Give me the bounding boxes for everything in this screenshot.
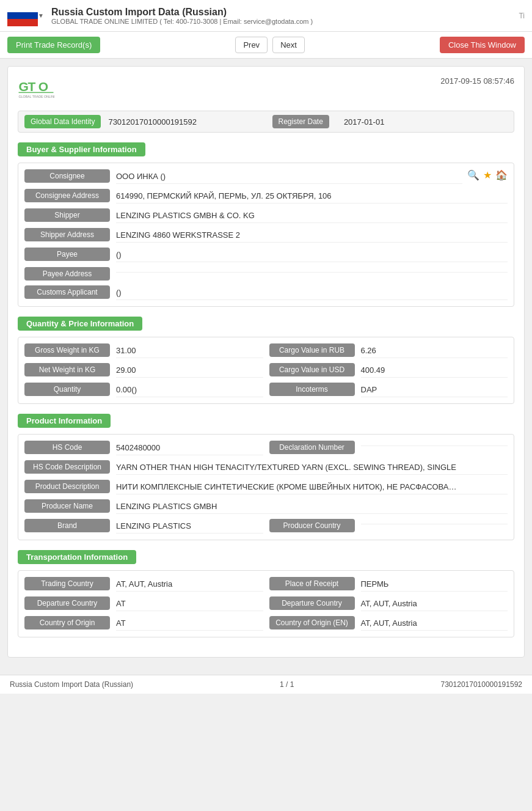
header-ti: Ti — [519, 12, 525, 20]
country-of-origin-en-value: AT, AUT, Austria — [361, 616, 508, 631]
consignee-address-value: 614990, ПЕРМСКИЙ КРАЙ, ПЕРМЬ, УЛ. 25 ОКТ… — [116, 189, 508, 204]
footer-right: 73012017010000191592 — [441, 680, 522, 689]
departure-country-row: Departure Country AT Departure Country A… — [24, 596, 508, 611]
cargo-rub-col: Cargo Value in RUB 6.26 — [269, 343, 508, 358]
producer-name-value: LENZING PLASTICS GMBH — [116, 499, 508, 514]
product-desc-row: Product Description НИТИ КОМПЛЕКСНЫЕ СИН… — [24, 480, 508, 494]
next-button[interactable]: Next — [272, 37, 305, 53]
departure-country-col: Departure Country AT — [24, 596, 263, 611]
svg-text:G: G — [19, 79, 29, 94]
header-subtitle: GLOBAL TRADE ONLINE LIMITED ( Tel: 400-7… — [51, 18, 313, 25]
payee-address-value — [116, 267, 508, 273]
product-body: HS Code 5402480000 Declaration Number HS… — [18, 434, 514, 540]
hs-code-desc-row: HS Code Description YARN OTHER THAN HIGH… — [24, 460, 508, 475]
place-of-receipt-col: Place of Receipt ПЕРМЬ — [269, 577, 508, 592]
buyer-supplier-section: Buyer & Supplier Information Consignee О… — [18, 142, 514, 307]
product-desc-label: Product Description — [24, 480, 110, 493]
incoterms-label: Incoterms — [269, 383, 355, 396]
trading-country-label: Trading Country — [24, 577, 110, 590]
producer-country-col: Producer Country — [269, 519, 508, 532]
gross-weight-col: Gross Weight in KG 31.00 — [24, 343, 263, 358]
trading-country-receipt-row: Trading Country AT, AUT, Austria Place o… — [24, 577, 508, 592]
incoterms-col: Incoterms DAP — [269, 383, 508, 397]
star-icon[interactable]: ★ — [483, 169, 492, 181]
transportation-section: Transportation Information Trading Count… — [18, 550, 514, 637]
incoterms-value: DAP — [361, 383, 508, 397]
buyer-supplier-title: Buyer & Supplier Information — [18, 142, 145, 156]
brand-col: Brand LENZING PLASTICS — [24, 519, 263, 534]
cargo-value-rub-value: 6.26 — [361, 343, 508, 358]
place-of-receipt-value: ПЕРМЬ — [361, 577, 508, 592]
producer-name-row: Producer Name LENZING PLASTICS GMBH — [24, 499, 508, 514]
transportation-title: Transportation Information — [18, 550, 136, 564]
dropdown-arrow-icon[interactable]: ▼ — [38, 12, 44, 19]
footer-left: Russia Custom Import Data (Russian) — [10, 680, 133, 689]
net-weight-cargo-usd-row: Net Weight in KG 29.00 Cargo Value in US… — [24, 363, 508, 378]
product-section: Product Information HS Code 5402480000 D… — [18, 414, 514, 540]
header-title-group: Russia Custom Import Data (Russian) GLOB… — [51, 7, 313, 25]
hs-code-value: 5402480000 — [116, 441, 263, 455]
consignee-row: Consignee ООО ИНКА () 🔍 ★ 🏠 — [24, 169, 508, 184]
country-of-origin-en-col: Country of Origin (EN) AT, AUT, Austria — [269, 616, 508, 631]
customs-applicant-label: Customs Applicant — [24, 285, 110, 299]
prev-button[interactable]: Prev — [235, 37, 268, 53]
departure-country-en-value: AT, AUT, Austria — [361, 596, 508, 611]
gross-weight-cargo-rub-row: Gross Weight in KG 31.00 Cargo Value in … — [24, 343, 508, 358]
product-title: Product Information — [18, 414, 111, 428]
customs-applicant-row: Customs Applicant () — [24, 285, 508, 300]
main-content: G T O GLOBAL TRADE ONLINE LIMITED 2017-0… — [0, 59, 532, 675]
departure-country-label: Departure Country — [24, 596, 110, 610]
global-data-identity-value: 73012017010000191592 — [108, 117, 272, 127]
print-button[interactable]: Print Trade Record(s) — [7, 37, 100, 53]
consignee-icons: 🔍 ★ 🏠 — [467, 169, 508, 181]
svg-text:GLOBAL TRADE ONLINE LIMITED: GLOBAL TRADE ONLINE LIMITED — [19, 95, 55, 98]
shipper-address-row: Shipper Address LENZING 4860 WERKSTRASSE… — [24, 228, 508, 243]
country-of-origin-label: Country of Origin — [24, 616, 110, 629]
toolbar: Print Trade Record(s) Prev Next Close Th… — [0, 32, 532, 59]
svg-text:O: O — [38, 79, 48, 94]
declaration-col: Declaration Number — [269, 441, 508, 454]
shipper-value: LENZING PLASTICS GMBH & CO. KG — [116, 208, 508, 223]
shipper-address-value: LENZING 4860 WERKSTRASSE 2 — [116, 228, 508, 243]
gross-weight-value: 31.00 — [116, 343, 263, 358]
svg-text:T: T — [28, 79, 36, 94]
net-weight-label: Net Weight in KG — [24, 363, 110, 376]
record-datetime: 2017-09-15 08:57:46 — [440, 76, 514, 86]
payee-value: () — [116, 248, 508, 262]
register-date-label: Register Date — [272, 115, 329, 128]
payee-row: Payee () — [24, 248, 508, 262]
brand-producer-country-row: Brand LENZING PLASTICS Producer Country — [24, 519, 508, 534]
buyer-supplier-body: Consignee ООО ИНКА () 🔍 ★ 🏠 Consignee Ad… — [18, 163, 514, 307]
shipper-label: Shipper — [24, 208, 110, 222]
cargo-value-usd-value: 400.49 — [361, 363, 508, 378]
payee-address-label: Payee Address — [24, 267, 110, 281]
header: ▼ Russia Custom Import Data (Russian) GL… — [0, 0, 532, 32]
global-data-row: Global Data Identity 7301201701000019159… — [18, 111, 514, 133]
quantity-label: Quantity — [24, 383, 110, 396]
quantity-col: Quantity 0.00() — [24, 383, 263, 397]
quantity-price-body: Gross Weight in KG 31.00 Cargo Value in … — [18, 337, 514, 404]
departure-country-value: AT — [116, 596, 263, 611]
producer-name-label: Producer Name — [24, 499, 110, 513]
home-icon[interactable]: 🏠 — [495, 169, 508, 181]
product-desc-value: НИТИ КОМПЛЕКСНЫЕ СИНТЕТИЧЕСКИЕ (КРОМЕ ШВ… — [116, 480, 508, 494]
cargo-usd-col: Cargo Value in USD 400.49 — [269, 363, 508, 378]
gross-weight-label: Gross Weight in KG — [24, 343, 110, 357]
net-weight-value: 29.00 — [116, 363, 263, 378]
brand-value: LENZING PLASTICS — [116, 519, 263, 534]
quantity-price-title: Quantity & Price Information — [18, 317, 142, 331]
quantity-value: 0.00() — [116, 383, 263, 397]
trading-country-col: Trading Country AT, AUT, Austria — [24, 577, 263, 592]
search-icon[interactable]: 🔍 — [467, 169, 479, 181]
customs-applicant-value: () — [116, 285, 508, 300]
record-header: G T O GLOBAL TRADE ONLINE LIMITED 2017-0… — [18, 76, 514, 101]
country-of-origin-row: Country of Origin AT Country of Origin (… — [24, 616, 508, 631]
shipper-row: Shipper LENZING PLASTICS GMBH & CO. KG — [24, 208, 508, 223]
declaration-number-value — [361, 441, 508, 446]
global-data-identity-label: Global Data Identity — [24, 115, 101, 128]
register-date-value: 2017-01-01 — [344, 117, 508, 127]
close-button[interactable]: Close This Window — [440, 37, 525, 53]
hs-code-desc-label: HS Code Description — [24, 460, 110, 474]
record-card: G T O GLOBAL TRADE ONLINE LIMITED 2017-0… — [7, 66, 525, 658]
departure-country-en-col: Departure Country AT, AUT, Austria — [269, 596, 508, 611]
